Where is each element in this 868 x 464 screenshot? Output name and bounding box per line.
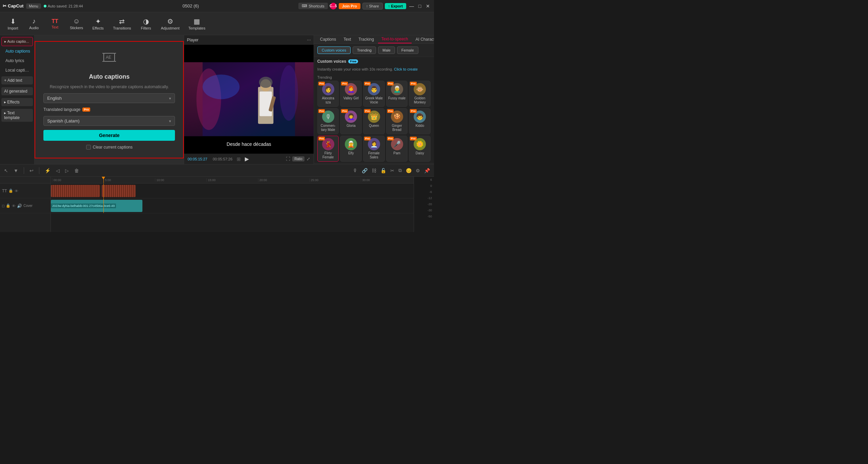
text-clip-1[interactable] (51, 185, 100, 197)
ai-generated-button[interactable]: AI generated (1, 87, 33, 95)
voice-card-flirty-female[interactable]: Pro💃Flirty Female (317, 136, 339, 162)
trim-right[interactable]: ▷ (64, 167, 70, 174)
cut-icon[interactable]: ✂ (389, 167, 396, 174)
auto-captions-desc: Recognize speech in the video to generat… (50, 84, 169, 89)
export-button[interactable]: ↑ Export (385, 3, 406, 9)
generate-button[interactable]: Generate (43, 130, 175, 141)
track-1-eye[interactable]: 👁 (15, 189, 18, 193)
pro-tag-queen: Pro (364, 109, 371, 113)
split-button[interactable]: ⚡ (43, 167, 52, 174)
voice-card-ginger-bread[interactable]: Pro🍪Ginger Bread (386, 108, 408, 134)
voice-card-elfy[interactable]: 🧝Elfy (340, 136, 362, 162)
tab-text[interactable]: Text (340, 36, 354, 43)
toolbar-filters[interactable]: ◑ Filters (136, 16, 156, 32)
player-menu-icon[interactable]: ⋯ (307, 38, 311, 42)
voice-card-fussy-male[interactable]: Pro👨‍🦳Fussy male (386, 81, 408, 107)
track-2-eye[interactable]: 👁 (12, 204, 16, 208)
voice-name-kiddo: Kiddo (415, 124, 424, 128)
pro-badge: Pro (82, 108, 90, 112)
pro-tag-flirty-female: Pro (318, 137, 325, 140)
left-item-local-captions[interactable]: Local captio... (1, 66, 33, 75)
language-select-wrap[interactable]: English Spanish French (43, 93, 175, 103)
voice-card-pam[interactable]: Pro🎤Pam (386, 136, 408, 162)
left-item-auto-captions-parent[interactable]: ▸ Auto captio... (1, 37, 33, 46)
maximize-button[interactable]: □ (416, 3, 423, 9)
add-text-button[interactable]: + Add text (1, 76, 33, 84)
unlink-icon[interactable]: 🔓 (379, 167, 388, 174)
tab-captions[interactable]: Captions (317, 36, 339, 43)
filter-male[interactable]: Male (378, 46, 395, 54)
effects-button[interactable]: ▸ Effects (1, 98, 33, 106)
language-select[interactable]: English Spanish French (43, 93, 175, 103)
voice-card-gloria[interactable]: Pro👩‍🦱Gloria (340, 108, 362, 134)
track-2-controls: □ 🔒 👁 🔊 Cover (0, 198, 51, 213)
video-clip[interactable]: 2023w-dyhia-belhabib-001-27c45b6a-3ce6-4… (51, 200, 142, 212)
minimize-button[interactable]: — (408, 3, 415, 9)
left-item-auto-captions[interactable]: Auto captions (1, 47, 33, 56)
play-button[interactable]: ▶ (245, 156, 249, 162)
toolbar-stickers[interactable]: ☺ Stickers (66, 16, 87, 31)
emoji-icon[interactable]: 😊 (405, 167, 413, 174)
toolbar-adjustment[interactable]: ⚙ Adjustment (157, 16, 184, 32)
voice-card-commentary-male[interactable]: Pro🎙Commen- tary Male (317, 108, 339, 134)
voice-card-queen[interactable]: Pro👑Queen (363, 108, 385, 134)
track-2-lock[interactable]: 🔒 (6, 204, 11, 208)
voice-card-alexstraza[interactable]: Pro👩Alexstra sza (317, 81, 339, 107)
tab-tracking[interactable]: Tracking (355, 36, 377, 43)
playhead-video-track (103, 198, 104, 213)
project-id: 0502 (6) (86, 3, 296, 8)
trim-left[interactable]: ◁ (55, 167, 61, 174)
voice-card-daisy[interactable]: Pro🌼Daisy (409, 136, 431, 162)
select-dropdown[interactable]: ▼ (12, 167, 20, 174)
auto-captions-title: Auto captions (89, 73, 130, 80)
playhead[interactable] (103, 177, 104, 183)
undo-button[interactable]: ↩ (28, 167, 35, 174)
link-icon-2[interactable]: ⛓ (370, 167, 378, 174)
left-section-text-template[interactable]: ▸ Text template (1, 109, 33, 122)
clear-checkbox[interactable] (86, 145, 91, 150)
translate-select-wrap[interactable]: Spanish (Latam) French German (43, 116, 175, 126)
left-section-ai[interactable]: AI generated (1, 87, 33, 95)
select-tool[interactable]: ↖ (3, 167, 9, 174)
translate-select[interactable]: Spanish (Latam) French German (43, 116, 175, 126)
right-tabs: Captions Text Tracking Text-to-speech AI… (314, 35, 434, 44)
link-icon-1[interactable]: 🔗 (360, 167, 369, 174)
close-button[interactable]: ✕ (425, 3, 431, 9)
ratio-button[interactable]: Ratio (292, 156, 304, 161)
toolbar-import[interactable]: ⬇ Import (3, 16, 23, 32)
toolbar-templates[interactable]: ▦ Templates (184, 16, 210, 32)
pin-icon[interactable]: 📌 (423, 167, 431, 174)
voice-card-golden-monkey[interactable]: Pro🐵Golden Monkey (409, 81, 431, 107)
share-button[interactable]: ↑ Share (362, 3, 383, 9)
text-template-button[interactable]: ▸ Text template (1, 109, 33, 122)
click-to-create-link[interactable]: Click to create (394, 67, 418, 71)
toolbar-effects[interactable]: ✦ Effects (88, 16, 108, 32)
join-pro-button[interactable]: Join Pro (339, 3, 360, 9)
left-item-auto-lyrics[interactable]: Auto lyrics (1, 56, 33, 65)
toolbar-audio[interactable]: ♪ Audio (24, 16, 44, 31)
toolbar-transitions[interactable]: ⇄ Transitions (109, 16, 135, 32)
tab-ai-characters[interactable]: AI Characters (412, 36, 434, 43)
fullscreen-icon[interactable]: ⛶ (286, 156, 290, 161)
delete-button[interactable]: 🗑 (73, 167, 80, 174)
menu-button[interactable]: Menu (26, 3, 41, 9)
voice-card-female-sales[interactable]: Pro👩‍💼Female Sales (363, 136, 385, 162)
voice-card-kiddo[interactable]: Pro🧒Kiddo (409, 108, 431, 134)
toolbar-text[interactable]: TT Text (45, 17, 65, 31)
filter-custom-voices[interactable]: Custom voices (317, 46, 351, 54)
left-section-add-text[interactable]: + Add text (1, 76, 33, 84)
settings-icon[interactable]: ⚙ (414, 167, 421, 174)
filter-female[interactable]: Female (397, 46, 418, 54)
mic-icon[interactable]: 🎙 (352, 167, 359, 174)
voice-card-valley-girl[interactable]: Pro👩‍🦰Valley Girl (340, 81, 362, 107)
tab-text-to-speech[interactable]: Text-to-speech (378, 35, 412, 43)
voice-card-greek-male[interactable]: Pro👨Greek Male Vocie (363, 81, 385, 107)
copy-icon[interactable]: ⧉ (397, 167, 403, 174)
zoom-icon[interactable]: ⤢ (307, 156, 310, 161)
shortcuts-button[interactable]: ⌨ Shortcuts (298, 3, 328, 9)
player-time-total: 00:05:57:26 (213, 157, 232, 161)
filter-trending[interactable]: Trending (353, 46, 376, 54)
text-clip-2[interactable] (102, 185, 136, 197)
track-1-lock[interactable]: 🔒 (8, 189, 13, 193)
left-section-effects[interactable]: ▸ Effects (1, 98, 33, 106)
